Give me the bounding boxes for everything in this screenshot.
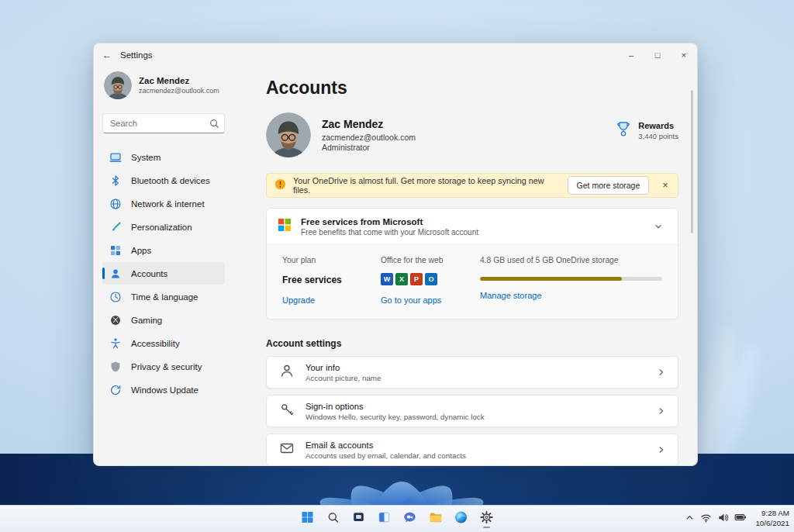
- sidebar-item-network-internet[interactable]: Network & internet: [102, 192, 225, 215]
- storage-column: 4.8 GB used of 5 GB OneDrive storage Man…: [480, 256, 662, 305]
- task-view-icon: [352, 510, 366, 527]
- office-app-icons: W X P O: [381, 273, 480, 285]
- edge-icon: [454, 510, 468, 527]
- sign-in-options-row[interactable]: Sign-in options Windows Hello, security …: [266, 395, 678, 427]
- minimize-icon: –: [629, 50, 633, 60]
- settings-taskbar-button[interactable]: [477, 509, 497, 529]
- plan-name: Free services: [282, 275, 381, 285]
- close-button[interactable]: ×: [671, 43, 697, 67]
- chevron-right-icon: [656, 367, 667, 378]
- sidebar-item-personalization[interactable]: Personalization: [102, 216, 225, 238]
- card-subtitle: Free benefits that come with your Micros…: [301, 228, 478, 237]
- volume-icon[interactable]: [717, 512, 729, 527]
- desktop: ← Settings – □ × Zac Mendez zacmendez@ou…: [0, 0, 794, 532]
- main-content: Accounts Zac Mendez zacmendez@outlook.co…: [266, 67, 678, 466]
- search-input[interactable]: [102, 113, 225, 133]
- sidebar-item-gaming[interactable]: Gaming: [102, 309, 225, 331]
- sidebar-item-apps[interactable]: Apps: [102, 239, 225, 261]
- key-icon: [279, 402, 295, 420]
- personalization-icon: [109, 221, 122, 233]
- profile-role: Administrator: [322, 143, 416, 152]
- windows-update-icon: [109, 384, 122, 396]
- banner-close-button[interactable]: ×: [658, 178, 673, 193]
- sidebar-item-label: Bluetooth & devices: [131, 176, 210, 185]
- back-icon: ←: [102, 50, 112, 60]
- sidebar-item-windows-update[interactable]: Windows Update: [102, 378, 225, 401]
- wifi-icon[interactable]: [700, 512, 712, 527]
- banner-message: Your OneDrive is almost full. Get more s…: [293, 176, 561, 195]
- outlook-icon: O: [425, 273, 437, 285]
- start-button[interactable]: [298, 509, 318, 529]
- user-email: zacmendez@outlook.com: [139, 87, 219, 95]
- sidebar-item-label: Gaming: [131, 316, 162, 325]
- storage-progress-fill: [480, 277, 622, 281]
- scrollbar-thumb[interactable]: [691, 90, 693, 233]
- sidebar: Zac Mendez zacmendez@outlook.com System …: [102, 70, 225, 401]
- file-explorer-button[interactable]: [426, 509, 446, 529]
- office-header: Office for the web: [381, 256, 480, 264]
- chevron-up-icon[interactable]: [685, 512, 695, 526]
- back-button[interactable]: ←: [94, 43, 120, 67]
- clock-date: 10/6/2021: [755, 519, 789, 529]
- sidebar-item-time-language[interactable]: Time & language: [102, 285, 225, 308]
- system-icon: [109, 151, 122, 164]
- search-icon: [326, 511, 340, 527]
- chevron-right-icon: [656, 444, 667, 455]
- accessibility-icon: [109, 337, 122, 350]
- widgets-icon: [378, 510, 392, 527]
- upgrade-link[interactable]: Upgrade: [282, 295, 381, 305]
- maximize-button[interactable]: □: [644, 43, 671, 67]
- sidebar-user-card[interactable]: Zac Mendez zacmendez@outlook.com: [102, 70, 225, 101]
- widgets-button[interactable]: [375, 509, 395, 529]
- card-title: Free services from Microsoft: [301, 217, 478, 226]
- taskbar-search-button[interactable]: [323, 509, 343, 529]
- your-info-row[interactable]: Your info Account picture, name: [266, 356, 678, 389]
- rewards-trophy-icon: [615, 120, 632, 140]
- sidebar-item-accessibility[interactable]: Accessibility: [102, 332, 225, 354]
- chevron-right-icon: [656, 406, 667, 416]
- settings-gear-icon: [480, 510, 494, 527]
- your-plan-header: Your plan: [282, 256, 381, 264]
- magnifier-icon: [209, 118, 219, 132]
- account-settings-list: Your info Account picture, name Sign-in …: [266, 356, 678, 466]
- window-title: Settings: [120, 50, 153, 60]
- row-subtitle: Account picture, name: [306, 374, 381, 382]
- taskbar-icons: [298, 506, 497, 532]
- settings-window: ← Settings – □ × Zac Mendez zacmendez@ou…: [93, 43, 698, 466]
- onedrive-warning-banner: Your OneDrive is almost full. Get more s…: [266, 173, 678, 198]
- profile-section: Zac Mendez zacmendez@outlook.com Adminis…: [266, 112, 678, 157]
- row-subtitle: Accounts used by email, calendar, and co…: [306, 451, 466, 460]
- chat-icon: [403, 510, 417, 527]
- system-tray: 9:28 AM 10/6/2021: [685, 506, 789, 532]
- minimize-button[interactable]: –: [618, 43, 644, 67]
- free-services-card: Free services from Microsoft Free benefi…: [266, 208, 678, 320]
- get-more-storage-button[interactable]: Get more storage: [568, 176, 650, 195]
- sidebar-item-label: Apps: [131, 246, 151, 255]
- start-icon: [301, 510, 315, 527]
- sidebar-item-privacy-security[interactable]: Privacy & security: [102, 355, 225, 378]
- free-services-header[interactable]: Free services from Microsoft Free benefi…: [267, 209, 678, 244]
- network-icon: [109, 198, 122, 210]
- chevron-down-icon[interactable]: [650, 218, 667, 235]
- go-to-apps-link[interactable]: Go to your apps: [381, 295, 480, 305]
- taskbar-clock[interactable]: 9:28 AM 10/6/2021: [755, 509, 789, 529]
- bluetooth-icon: [109, 174, 122, 187]
- sidebar-item-label: Time & language: [131, 292, 198, 302]
- sidebar-item-system[interactable]: System: [102, 146, 225, 168]
- time-language-icon: [109, 291, 122, 303]
- row-subtitle: Windows Hello, security key, password, d…: [306, 413, 485, 421]
- manage-storage-link[interactable]: Manage storage: [480, 291, 662, 300]
- sidebar-item-label: Network & internet: [131, 199, 205, 209]
- battery-icon[interactable]: [734, 511, 747, 527]
- envelope-icon: [279, 440, 295, 459]
- edge-button[interactable]: [451, 509, 471, 529]
- sidebar-nav: System Bluetooth & devices Network & int…: [102, 146, 225, 401]
- warning-icon: [274, 178, 286, 193]
- sidebar-item-accounts[interactable]: Accounts: [102, 262, 225, 285]
- profile-name: Zac Mendez: [322, 118, 416, 130]
- email-accounts-row[interactable]: Email & accounts Accounts used by email,…: [266, 434, 678, 466]
- sidebar-item-bluetooth-devices[interactable]: Bluetooth & devices: [102, 169, 225, 192]
- rewards-widget[interactable]: Rewards 3,440 points: [615, 120, 678, 140]
- task-view-button[interactable]: [349, 509, 369, 529]
- chat-button[interactable]: [400, 509, 420, 529]
